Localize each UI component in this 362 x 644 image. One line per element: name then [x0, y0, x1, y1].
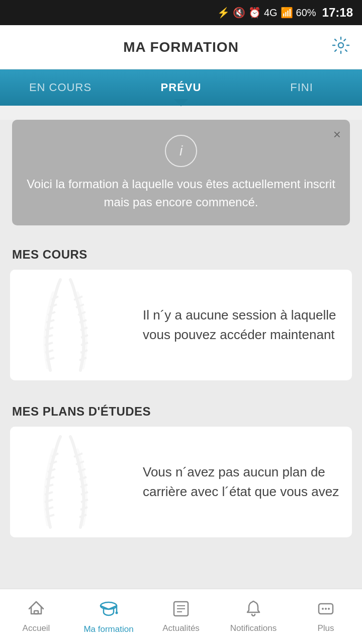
svg-rect-37: [34, 611, 38, 614]
bluetooth-icon: ⚡: [217, 7, 230, 19]
status-time: 17:18: [322, 6, 353, 20]
bottom-navigation: Accueil Ma formation Actualités: [0, 589, 362, 644]
plans-section: MES PLANS D'ÉTUDES: [0, 392, 362, 537]
alarm-icon: ⏰: [248, 7, 261, 19]
mute-icon: 🔇: [233, 7, 245, 19]
news-icon: [172, 600, 190, 620]
svg-point-40: [116, 612, 118, 614]
nav-plus-label: Plus: [317, 623, 334, 633]
svg-point-48: [328, 608, 330, 610]
plans-empty-text: Vous n´avez pas aucun plan de carrière a…: [131, 452, 352, 512]
svg-point-46: [322, 608, 324, 610]
bell-icon: [244, 600, 262, 620]
svg-point-47: [325, 608, 327, 610]
header: MA FORMATION: [0, 25, 362, 69]
tab-en-cours[interactable]: EN COURS: [0, 69, 121, 106]
info-banner-text: Voici la formation à laquelle vous êtes …: [26, 175, 336, 211]
more-icon: [317, 600, 335, 620]
nav-ma-formation[interactable]: Ma formation: [72, 589, 145, 644]
mes-cours-title: MES COURS: [0, 235, 362, 270]
plans-card-image: [10, 427, 131, 537]
tab-bar: EN COURS PRÉVU FINI: [0, 69, 362, 106]
info-banner: × i Voici la formation à laquelle vous ê…: [12, 120, 350, 225]
svg-point-0: [338, 43, 343, 48]
nav-accueil-label: Accueil: [23, 623, 50, 633]
signal-icon: 📶: [281, 7, 293, 19]
graduation-icon: [99, 599, 119, 621]
nav-plus[interactable]: Plus: [290, 589, 362, 644]
home-icon: [27, 600, 45, 620]
nav-accueil[interactable]: Accueil: [0, 589, 72, 644]
cours-card-image: [10, 270, 131, 380]
page-title: MA FORMATION: [123, 39, 239, 55]
status-icons: ⚡ 🔇 ⏰ 4G 📶 60% 17:18: [217, 6, 353, 20]
status-bar: ⚡ 🔇 ⏰ 4G 📶 60% 17:18: [0, 0, 362, 25]
nav-actualites-label: Actualités: [162, 623, 200, 633]
cours-card: Il n´y a aucune session à laquelle vous …: [10, 270, 352, 380]
tab-prevu[interactable]: PRÉVU: [121, 69, 241, 106]
settings-icon[interactable]: [332, 36, 350, 58]
4g-icon: 4G: [264, 7, 278, 19]
nav-ma-formation-label: Ma formation: [83, 624, 133, 634]
main-content: × i Voici la formation à laquelle vous ê…: [0, 120, 362, 613]
cours-empty-text: Il n´y a aucune session à laquelle vous …: [131, 295, 352, 355]
nav-notifications-label: Notifications: [230, 623, 277, 633]
mes-plans-title: MES PLANS D'ÉTUDES: [0, 392, 362, 427]
tab-fini[interactable]: FINI: [241, 69, 362, 106]
battery-level: 60%: [296, 7, 316, 19]
nav-notifications[interactable]: Notifications: [217, 589, 290, 644]
close-button[interactable]: ×: [333, 127, 341, 142]
info-icon: i: [165, 135, 197, 167]
plans-card: Vous n´avez pas aucun plan de carrière a…: [10, 427, 352, 537]
nav-actualites[interactable]: Actualités: [145, 589, 217, 644]
